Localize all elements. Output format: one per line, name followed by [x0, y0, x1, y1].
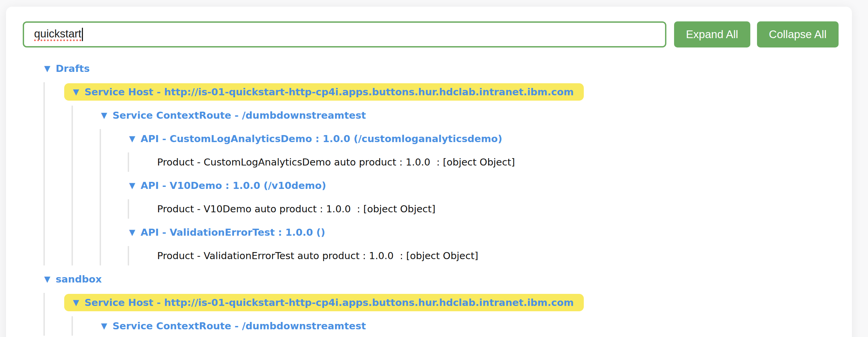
- tree-node-drafts[interactable]: ▼ Drafts: [23, 59, 839, 78]
- tree-branch-service-host: ▼ Service Host - http://is-01-quickstart…: [45, 82, 839, 266]
- tree-node-service-host[interactable]: ▼ Service Host - http://is-01-quickstart…: [45, 82, 839, 102]
- tree-node-api-validationerrortest[interactable]: ▼ API - ValidationErrorTest : 1.0.0 (): [101, 223, 839, 242]
- tree-node-product-validationerrortest: Product - ValidationErrorTest auto produ…: [129, 246, 839, 266]
- tree-node-label: Product - CustomLogAnalyticsDemo auto pr…: [157, 156, 515, 168]
- toolbar: quickstart Expand All Collapse All: [23, 21, 839, 48]
- tree-node-context-route[interactable]: ▼ Service ContextRoute - /dumbdownstream…: [73, 105, 839, 125]
- expand-all-button[interactable]: Expand All: [674, 21, 750, 48]
- tree-node-label: Product - ValidationErrorTest auto produ…: [157, 250, 478, 262]
- tree-group-sandbox-children: ▼ Service Host - http://is-01-quickstart…: [43, 293, 839, 336]
- tree-node-label: Product - V10Demo auto product : 1.0.0 :…: [157, 203, 435, 215]
- text-cursor: [82, 28, 83, 41]
- tree-group-context-route-children: ▼ API - CustomLogAnalyticsDemo : 1.0.0 (…: [100, 129, 839, 266]
- search-input-value: quickstart: [34, 28, 81, 41]
- search-input[interactable]: quickstart: [23, 21, 666, 48]
- tree-node-label: Service ContextRoute - /dumbdownstreamte…: [112, 110, 366, 121]
- collapse-triangle-icon[interactable]: ▼: [129, 228, 135, 236]
- tree-branch-product: Product - V10Demo auto product : 1.0.0 :…: [129, 199, 839, 219]
- collapse-triangle-icon[interactable]: ▼: [44, 275, 50, 283]
- tree-branch-context-route: ▼ Service ContextRoute - /dumbdownstream…: [73, 105, 839, 266]
- collapse-all-button[interactable]: Collapse All: [757, 21, 839, 48]
- tree-node-api-customloganalyticsdemo[interactable]: ▼ API - CustomLogAnalyticsDemo : 1.0.0 (…: [101, 129, 839, 148]
- collapse-triangle-icon[interactable]: ▼: [73, 88, 79, 96]
- collapse-triangle-icon[interactable]: ▼: [101, 111, 107, 119]
- search-match-highlight: ▼ Service Host - http://is-01-quickstart…: [64, 83, 584, 101]
- tree-group-api-children: Product - ValidationErrorTest auto produ…: [128, 246, 839, 266]
- tree-branch-service-host: ▼ Service Host - http://is-01-quickstart…: [45, 293, 839, 336]
- tree-group-service-host-children: ▼ Service ContextRoute - /dumbdownstream…: [71, 316, 839, 336]
- collapse-triangle-icon[interactable]: ▼: [73, 299, 79, 307]
- tree-branch-sandbox: ▼ sandbox ▼ Service Host - http://is-01-…: [23, 270, 839, 336]
- tree-node-api-v10demo[interactable]: ▼ API - V10Demo : 1.0.0 (/v10demo): [101, 176, 839, 195]
- collapse-triangle-icon[interactable]: ▼: [101, 322, 107, 330]
- tree-branch-drafts: ▼ Drafts ▼ Service Host - http://is-01-q…: [23, 59, 839, 266]
- tree-node-product-v10demo: Product - V10Demo auto product : 1.0.0 :…: [129, 199, 839, 219]
- tree-node-product-customloganalyticsdemo: Product - CustomLogAnalyticsDemo auto pr…: [129, 152, 839, 172]
- tree-node-context-route-sandbox[interactable]: ▼ Service ContextRoute - /dumbdownstream…: [73, 316, 839, 336]
- tree-branch-api-customloganalyticsdemo: ▼ API - CustomLogAnalyticsDemo : 1.0.0 (…: [101, 129, 839, 172]
- collapse-triangle-icon[interactable]: ▼: [129, 135, 135, 143]
- content-card: quickstart Expand All Collapse All ▼ Dra…: [6, 7, 852, 337]
- tree-group-api-children: Product - V10Demo auto product : 1.0.0 :…: [128, 199, 839, 219]
- tree-node-label: Service Host - http://is-01-quickstart-h…: [84, 297, 574, 309]
- service-tree: ▼ Drafts ▼ Service Host - http://is-01-q…: [23, 59, 839, 336]
- collapse-triangle-icon[interactable]: ▼: [44, 64, 50, 72]
- tree-node-sandbox[interactable]: ▼ sandbox: [23, 270, 839, 289]
- search-match-highlight: ▼ Service Host - http://is-01-quickstart…: [64, 294, 584, 312]
- collapse-triangle-icon[interactable]: ▼: [129, 182, 135, 189]
- tree-group-api-children: Product - CustomLogAnalyticsDemo auto pr…: [128, 152, 839, 172]
- tree-node-label: API - ValidationErrorTest : 1.0.0 (): [141, 227, 325, 238]
- tree-node-label: Service Host - http://is-01-quickstart-h…: [84, 86, 574, 98]
- tree-node-label: API - V10Demo : 1.0.0 (/v10demo): [141, 180, 326, 191]
- tree-node-label: API - CustomLogAnalyticsDemo : 1.0.0 (/c…: [141, 133, 502, 145]
- tree-branch-product: Product - CustomLogAnalyticsDemo auto pr…: [129, 152, 839, 172]
- tree-branch-api-v10demo: ▼ API - V10Demo : 1.0.0 (/v10demo) Produ…: [101, 176, 839, 219]
- tree-branch-api-validationerrortest: ▼ API - ValidationErrorTest : 1.0.0 () P…: [101, 223, 839, 266]
- tree-group-drafts-children: ▼ Service Host - http://is-01-quickstart…: [43, 82, 839, 266]
- tree-branch-product: Product - ValidationErrorTest auto produ…: [129, 246, 839, 266]
- tree-node-label: sandbox: [56, 274, 102, 285]
- tree-group-service-host-children: ▼ Service ContextRoute - /dumbdownstream…: [71, 105, 839, 266]
- tree-node-service-host-sandbox[interactable]: ▼ Service Host - http://is-01-quickstart…: [45, 293, 839, 312]
- tree-node-label: Service ContextRoute - /dumbdownstreamte…: [112, 320, 366, 332]
- tree-node-label: Drafts: [56, 63, 90, 74]
- tree-root: ▼ Drafts ▼ Service Host - http://is-01-q…: [23, 59, 839, 336]
- tree-branch-context-route: ▼ Service ContextRoute - /dumbdownstream…: [73, 316, 839, 336]
